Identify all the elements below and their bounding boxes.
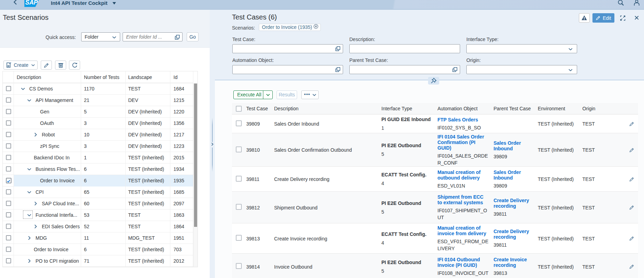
- svg-text:SAP: SAP: [25, 0, 38, 6]
- svg-text:*: *: [10, 62, 11, 65]
